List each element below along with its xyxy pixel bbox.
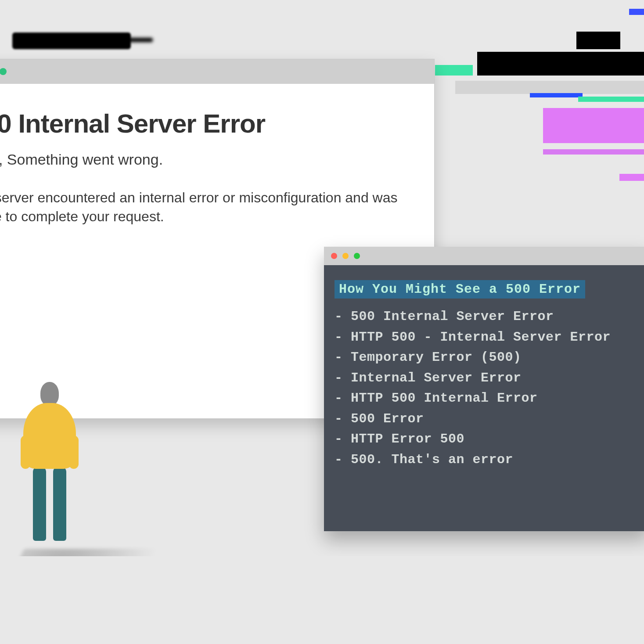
letterbox-bottom (0, 556, 644, 644)
list-item: HTTP Error 500 (335, 429, 638, 450)
list-item: 500 Error (335, 409, 638, 429)
terminal-body: How You Might See a 500 Error 500 Intern… (324, 265, 644, 531)
maximize-icon[interactable] (354, 253, 360, 259)
person-leg (33, 467, 46, 541)
browser-titlebar (0, 59, 434, 84)
list-item: 500. That's an error (335, 450, 638, 470)
terminal-heading: How You Might See a 500 Error (335, 280, 585, 299)
glitch-block (530, 93, 583, 97)
error-subtitle: os, Something went wrong. (0, 151, 417, 168)
browser-content: 00 Internal Server Error os, Something w… (0, 84, 434, 244)
glitch-block (578, 97, 644, 102)
glitch-block (455, 81, 644, 94)
terminal-window: How You Might See a 500 Error 500 Intern… (324, 247, 644, 531)
glitch-block (435, 65, 473, 76)
glitch-smear (12, 32, 131, 49)
glitch-block (619, 174, 644, 181)
person-torso (23, 403, 76, 469)
terminal-titlebar (324, 247, 644, 265)
minimize-icon[interactable] (342, 253, 349, 259)
person-illustration (17, 382, 83, 549)
person-leg (53, 467, 66, 541)
list-item: Internal Server Error (335, 368, 638, 389)
glitch-block (576, 32, 620, 49)
glitch-block (477, 52, 644, 76)
glitch-block (543, 108, 644, 143)
window-dot-icon (0, 68, 7, 75)
list-item: HTTP 500 - Internal Server Error (335, 327, 638, 348)
glitch-block (543, 149, 644, 155)
list-item: Temporary Error (500) (335, 347, 638, 368)
person-legs (17, 467, 83, 541)
glitch-block (629, 9, 644, 15)
person-head (40, 382, 59, 406)
list-item: 500 Internal Server Error (335, 306, 638, 327)
error-title: 00 Internal Server Error (0, 108, 417, 139)
terminal-list: 500 Internal Server Error HTTP 500 - Int… (335, 306, 638, 470)
error-detail: e server encountered an internal error o… (0, 188, 404, 226)
close-icon[interactable] (331, 253, 337, 259)
list-item: HTTP 500 Internal Error (335, 388, 638, 409)
